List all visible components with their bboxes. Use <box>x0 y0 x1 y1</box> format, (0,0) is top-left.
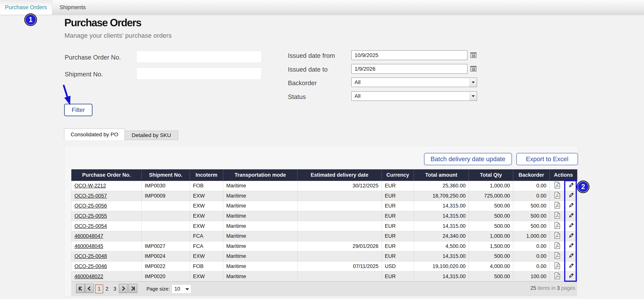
mode-cell: Maritime <box>223 261 298 272</box>
po-number-link[interactable]: 4600048022 <box>74 274 103 279</box>
issued-date-from-input[interactable] <box>351 50 468 60</box>
shipment-cell <box>142 201 190 211</box>
purchase-order-no-input[interactable] <box>136 51 262 63</box>
po-number-link[interactable]: OCO-25-0056 <box>74 203 107 209</box>
eta-cell <box>298 221 382 231</box>
table-row: OCO-25-0046IMP0022FOBMaritime07/11/2025U… <box>72 261 578 272</box>
po-number-link[interactable]: 4600048045 <box>74 243 103 249</box>
pdf-cell[interactable] <box>550 272 565 282</box>
po-cell: OCO-25-0046 <box>72 261 142 272</box>
column-header-7: Total amount <box>414 170 469 181</box>
pager-prev-button[interactable] <box>85 284 94 293</box>
tab-shipments[interactable]: Shipments <box>52 0 86 14</box>
incoterm-cell: EXW <box>190 272 223 282</box>
pdf-cell[interactable] <box>550 201 565 211</box>
po-number-link[interactable]: OCO-25-0048 <box>74 253 107 259</box>
pager-page-1-current[interactable]: 1 <box>95 284 103 294</box>
qty-cell: 500.00 <box>469 251 513 262</box>
status-label: Status <box>288 93 306 100</box>
pdf-cell[interactable] <box>550 231 565 241</box>
pdf-cell[interactable] <box>550 251 565 262</box>
pager-summary: 25 items in 3 pages <box>530 281 575 295</box>
annotation-rect-actions-column <box>564 180 577 282</box>
po-cell: OCO-W-2212 <box>72 181 142 191</box>
pdf-cell[interactable] <box>550 241 565 251</box>
pager-last-button[interactable] <box>128 284 137 293</box>
po-number-link[interactable]: OCO-25-0046 <box>74 264 107 269</box>
backorder-label: Backorder <box>288 80 317 87</box>
pager-next-button[interactable] <box>119 284 128 293</box>
pdf-icon[interactable] <box>554 222 560 229</box>
shipment-cell: IMP0020 <box>142 272 190 282</box>
pdf-icon[interactable] <box>554 182 560 189</box>
issued-date-from-calendar-icon[interactable] <box>470 52 477 58</box>
pdf-icon[interactable] <box>554 252 560 259</box>
pdf-icon[interactable] <box>554 242 560 249</box>
amount-cell: 14,315.00 <box>414 211 469 221</box>
backorder-select[interactable]: All <box>351 78 477 87</box>
pdf-icon[interactable] <box>554 212 560 219</box>
issued-date-to-input[interactable] <box>351 64 468 74</box>
pdf-icon[interactable] <box>554 232 560 239</box>
amount-cell: 14,315.00 <box>414 272 469 282</box>
po-cell: OCO-25-0048 <box>72 251 142 262</box>
backorder-cell: 0.00 <box>513 261 550 272</box>
qty-cell: 500.00 <box>469 211 513 221</box>
column-header-9: Backorder <box>513 170 550 181</box>
qty-cell: 1,500.00 <box>469 241 513 251</box>
currency-cell: EUR <box>382 211 414 221</box>
page-size-label: Page size: <box>146 282 170 296</box>
status-select[interactable]: All <box>351 91 477 101</box>
pdf-icon[interactable] <box>554 272 560 280</box>
pdf-cell[interactable] <box>550 191 565 201</box>
pager-page-3-link[interactable]: 3 <box>112 284 118 294</box>
page-title: Purchase Orders <box>64 16 141 29</box>
issued-date-to-calendar-icon[interactable] <box>470 66 477 72</box>
pdf-cell[interactable] <box>550 181 565 191</box>
qty-cell: 500.00 <box>469 272 513 282</box>
pdf-icon[interactable] <box>554 202 560 209</box>
batch-delivery-date-update-button[interactable]: Batch delivery date update <box>424 153 512 165</box>
column-header-1: Purchase Order No. <box>72 170 142 181</box>
table-header: Purchase Order No.Shipment No.IncotermTr… <box>72 170 578 181</box>
shipment-no-label: Shipment No. <box>65 71 103 78</box>
qty-cell: 1,000.00 <box>469 181 513 191</box>
currency-cell: EUR <box>382 201 414 211</box>
eta-cell: 07/11/2025 <box>298 261 382 272</box>
page: Purchase Orders Shipments 1 Purchase Ord… <box>0 0 644 299</box>
shipment-no-input[interactable] <box>136 68 262 80</box>
column-header-10: Actions <box>550 170 578 181</box>
backorder-cell: 0.00 <box>513 191 550 201</box>
view-tab-consolidated-by-po[interactable]: Consolidated by PO <box>64 129 125 140</box>
shipment-cell: IMP0009 <box>142 191 190 201</box>
po-number-link[interactable]: OCO-25-0057 <box>74 193 107 199</box>
export-to-excel-button[interactable]: Export to Excel <box>516 153 578 165</box>
view-tab-detailed-by-sku[interactable]: Detailed by SKU <box>125 131 178 140</box>
tab-purchase-orders[interactable]: Purchase Orders <box>0 0 52 14</box>
pdf-cell[interactable] <box>550 261 565 272</box>
po-cell: OCO-25-0055 <box>72 211 142 221</box>
backorder-cell: 0.00 <box>513 251 550 262</box>
eta-cell <box>298 251 382 262</box>
pdf-icon[interactable] <box>554 262 560 269</box>
backorder-cell: 0.00 <box>513 241 550 251</box>
po-number-link[interactable]: OCO-25-0055 <box>74 213 107 219</box>
annotation-step-1-number: 1 <box>29 16 32 24</box>
status-dropdown-arrow-icon[interactable] <box>470 92 477 100</box>
incoterm-cell: EXW <box>190 251 223 262</box>
po-number-link[interactable]: OCO-W-2212 <box>74 183 106 188</box>
pdf-cell[interactable] <box>550 211 565 221</box>
po-number-link[interactable]: OCO-25-0054 <box>74 223 107 229</box>
backorder-dropdown-arrow-icon[interactable] <box>470 78 477 87</box>
table-row: OCO-25-0057IMP0009EXWMaritimeEUR18,709,2… <box>72 191 578 201</box>
eta-cell <box>298 201 382 211</box>
pdf-icon[interactable] <box>554 192 560 199</box>
amount-cell: 14,315.00 <box>414 201 469 211</box>
table-row: OCO-25-0055EXWMaritimeEUR14,315.00500.00… <box>72 211 578 221</box>
pdf-cell[interactable] <box>550 221 565 231</box>
po-number-link[interactable]: 4600048047 <box>74 233 103 239</box>
pager-first-button[interactable] <box>76 284 85 293</box>
page-size-value: 10 <box>174 286 180 292</box>
pager-page-2-link[interactable]: 2 <box>104 284 110 294</box>
page-size-select[interactable]: 10 <box>172 284 192 294</box>
